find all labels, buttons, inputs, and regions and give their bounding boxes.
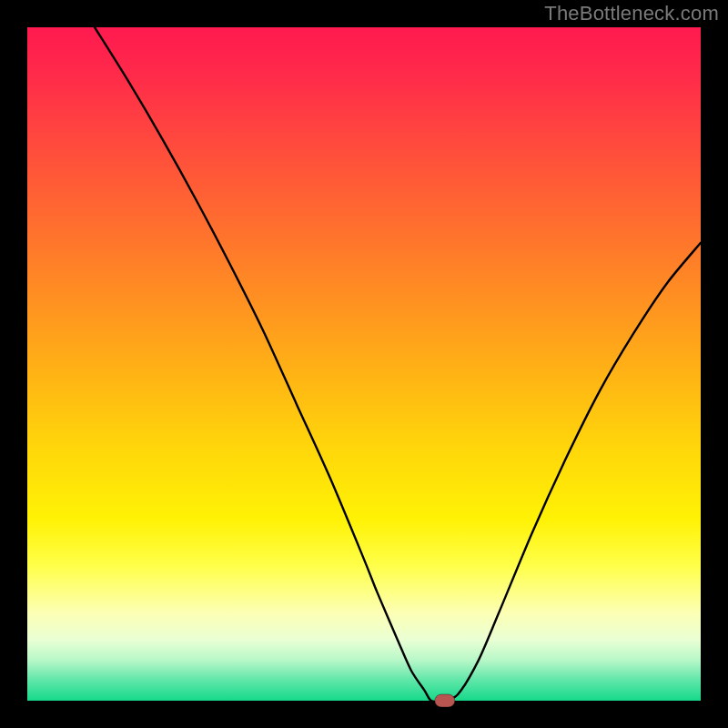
bottleneck-curve [95, 27, 701, 702]
optimum-marker [435, 694, 455, 707]
plot-area [27, 27, 701, 701]
chart-svg [27, 27, 701, 701]
chart-container: TheBottleneck.com [0, 0, 728, 728]
watermark-text: TheBottleneck.com [544, 2, 719, 25]
